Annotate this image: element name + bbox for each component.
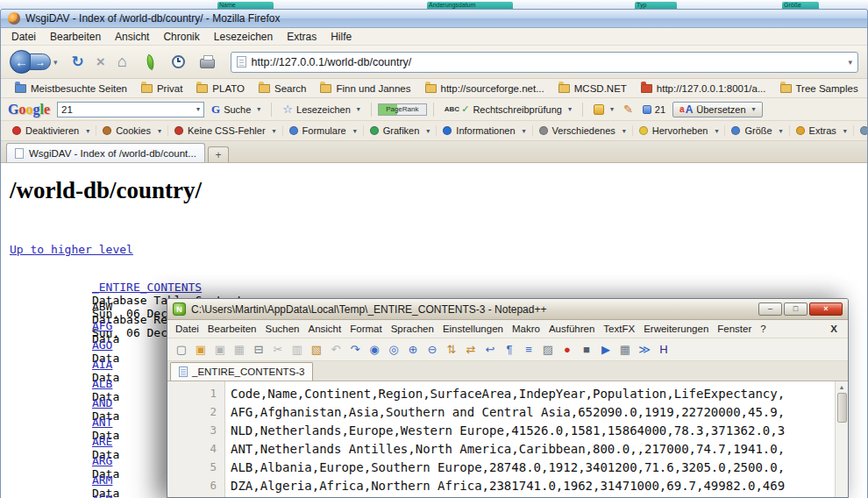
webdev-menu-item[interactable]: Grafiken <box>364 125 438 136</box>
close-button[interactable]: × <box>809 302 843 316</box>
bookmark-item[interactable]: MCSD.NET <box>551 83 634 94</box>
find-icon[interactable]: ◉ <box>366 341 383 359</box>
pagerank-indicator[interactable]: PageRank <box>378 103 427 116</box>
webdev-menu-item[interactable]: Deaktivieren <box>6 125 96 136</box>
record-macro-icon[interactable]: ● <box>559 341 576 359</box>
autofill-button[interactable] <box>589 104 618 115</box>
webdev-menu-item[interactable]: Hervorheben <box>633 125 726 136</box>
menu-item[interactable]: Suchen <box>260 324 303 334</box>
save-all-icon[interactable]: ▦ <box>231 341 248 359</box>
vertical-scrollbar[interactable]: ▲ <box>835 381 848 497</box>
print-icon[interactable]: ⊟ <box>250 341 267 359</box>
sync-horizontal-icon[interactable]: ⇄ <box>462 341 480 359</box>
webdev-menu-item[interactable]: Cookies <box>96 125 168 136</box>
redo-icon[interactable]: ↷ <box>346 341 364 359</box>
menu-item[interactable]: TextFX <box>599 324 639 334</box>
cut-icon[interactable]: ✂ <box>269 341 287 359</box>
print-button[interactable] <box>200 59 215 68</box>
menu-item[interactable]: Bearbeiten <box>203 324 261 334</box>
menu-item[interactable]: Sprachen <box>387 324 438 334</box>
sync-vertical-icon[interactable]: ⇅ <box>443 341 460 359</box>
play-macro-icon[interactable]: ▶ <box>597 341 615 359</box>
up-link[interactable]: Up to higher level <box>10 243 133 256</box>
editor-text-area[interactable]: Code,Name,Continent,Region,SurfaceArea,I… <box>225 381 835 497</box>
menu-item[interactable]: Format <box>345 324 386 334</box>
save-macro-icon[interactable]: ▦ <box>616 341 634 359</box>
replace-icon[interactable]: ◎ <box>385 341 402 359</box>
menu-item[interactable]: ? <box>756 324 770 334</box>
child-close-button[interactable]: X <box>823 324 844 334</box>
menu-item[interactable]: Datei <box>171 324 203 334</box>
webdev-menu-item[interactable]: Keine CSS-Fehler <box>168 125 283 136</box>
menu-item[interactable]: Lesezeichen <box>207 31 280 43</box>
history-dropdown-icon[interactable]: ▾ <box>53 58 58 67</box>
menu-item[interactable]: Ausführen <box>544 324 599 334</box>
entry-name-link[interactable]: _ENTIRE_CONTENTS <box>92 281 217 294</box>
editor-tab[interactable]: _ENTIRE_CONTENTS-3 <box>170 362 313 381</box>
url-bar[interactable]: http://127.0.0.1/world-db/country/ ▾ <box>231 52 858 73</box>
scrollbar-thumb[interactable] <box>837 393 847 423</box>
menu-item[interactable]: Datei <box>4 31 43 43</box>
bookmark-item[interactable]: Privat <box>134 83 189 94</box>
menu-item[interactable]: Hilfe <box>324 31 359 43</box>
bookmark-item[interactable]: Meistbesuchte Seiten <box>8 83 134 94</box>
bookmark-item[interactable]: Search <box>252 83 313 94</box>
new-tab-button[interactable]: + <box>208 146 229 162</box>
google-search-button[interactable]: G Suche <box>207 103 265 117</box>
copy-icon[interactable]: ▥ <box>288 341 306 359</box>
doc-switcher-icon[interactable]: ▨ <box>539 341 557 359</box>
save-icon[interactable]: ▣ <box>211 341 229 359</box>
bookmark-item[interactable]: http://127.0.0.1:8001/a... <box>634 83 773 94</box>
bookmark-item[interactable]: Tree Samples <box>773 83 865 94</box>
translate-button[interactable]: a A Übersetzen <box>672 102 763 117</box>
menu-item[interactable]: Chronik <box>156 31 206 43</box>
textfx-icon[interactable]: H <box>655 341 672 359</box>
menu-item[interactable]: Extras <box>280 31 324 43</box>
home-button[interactable]: ⌂ <box>117 53 127 71</box>
open-folder-icon[interactable]: ▣ <box>192 341 210 359</box>
bookmark-item[interactable]: Finn und Jannes <box>313 83 417 94</box>
stop-button[interactable]: × <box>96 53 105 71</box>
webdev-menu-item[interactable]: Informationen <box>437 125 532 136</box>
webdev-menu-item[interactable]: Verschiedenes <box>533 125 633 136</box>
menu-item[interactable]: Einstellungen <box>438 324 508 334</box>
run-multiple-icon[interactable]: ≫ <box>636 341 653 359</box>
bookmark-item[interactable]: http://sourceforge.net... <box>418 83 551 94</box>
url-text[interactable]: http://127.0.0.1/world-db/country/ <box>252 56 843 68</box>
new-file-icon[interactable]: ▢ <box>173 341 190 359</box>
google-bookmarks-button[interactable]: ☆ Lesezeichen <box>278 103 364 116</box>
menu-item[interactable]: Ansicht <box>108 31 156 43</box>
feather-extension-icon[interactable] <box>143 53 157 70</box>
paste-icon[interactable]: ▧ <box>308 341 325 359</box>
menu-item[interactable]: Fenster <box>713 324 756 334</box>
menu-item[interactable]: Ansicht <box>304 324 346 334</box>
notepadpp-titlebar[interactable]: N C:\Users\Martin\AppData\Local\Temp\_EN… <box>167 299 848 320</box>
bookmark-item[interactable]: PLATO <box>189 83 252 94</box>
google-search-input[interactable]: 21 ▾ <box>57 102 204 117</box>
webdev-menu-item[interactable]: Quelltext <box>854 125 867 136</box>
scroll-up-arrow[interactable]: ▲ <box>839 381 845 393</box>
spellcheck-button[interactable]: ABC ✓ Rechtschreibprüfung <box>440 103 576 115</box>
show-all-chars-icon[interactable]: ¶ <box>501 341 518 359</box>
history-clock-icon[interactable] <box>172 55 185 68</box>
browser-tab[interactable]: WsgiDAV - Index of /world-db/count... <box>6 143 205 162</box>
refresh-button[interactable]: ↻ <box>72 53 84 71</box>
webdev-menu-item[interactable]: Extras <box>790 125 854 136</box>
webdev-menu-item[interactable]: Größe <box>725 125 789 136</box>
undo-icon[interactable]: ↶ <box>327 341 345 359</box>
webdev-menu-item[interactable]: Formulare <box>283 125 364 136</box>
maximize-button[interactable]: □ <box>784 302 808 316</box>
counter-button[interactable]: 21 <box>638 104 670 115</box>
zoom-out-icon[interactable]: ⊖ <box>423 341 441 359</box>
zoom-in-icon[interactable]: ⊕ <box>404 341 422 359</box>
url-dropdown-icon[interactable]: ▾ <box>848 58 852 67</box>
highlighter-icon[interactable]: ✎ <box>621 103 636 116</box>
stop-macro-icon[interactable]: ■ <box>578 341 595 359</box>
menu-item[interactable]: Makro <box>508 324 544 334</box>
word-wrap-icon[interactable]: ↩ <box>481 341 499 359</box>
indent-guide-icon[interactable]: ≡ <box>520 341 537 359</box>
minimize-button[interactable]: – <box>758 302 782 316</box>
menu-item[interactable]: Erweiterungen <box>639 324 713 334</box>
chevron-down-icon[interactable]: ▾ <box>196 105 200 113</box>
firefox-titlebar[interactable]: WsgiDAV - Index of /world-db/country/ - … <box>1 10 867 28</box>
